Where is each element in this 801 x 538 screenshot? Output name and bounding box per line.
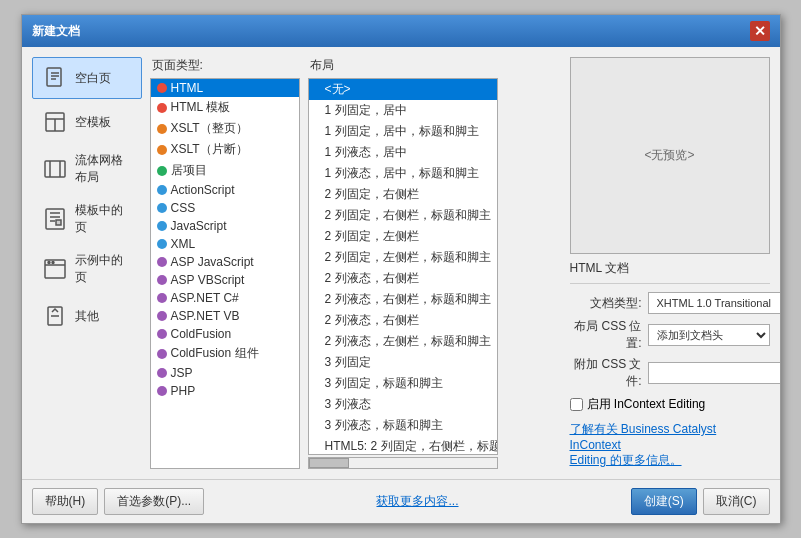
doc-type-select[interactable]: XHTML 1.0 Transitional bbox=[648, 292, 780, 314]
layout-list[interactable]: <无>1 列固定，居中1 列固定，居中，标题和脚主1 列液态，居中1 列液态，居… bbox=[308, 78, 498, 455]
item-label: XSLT（整页） bbox=[171, 120, 248, 137]
list-item[interactable]: CSS bbox=[151, 199, 299, 217]
list-item[interactable]: 1 列液态，居中 bbox=[309, 142, 497, 163]
preferences-button[interactable]: 首选参数(P)... bbox=[104, 488, 204, 515]
item-label: HTML bbox=[171, 81, 204, 95]
list-item[interactable]: 3 列液态，标题和脚主 bbox=[309, 415, 497, 436]
sidebar-item-label: 流体网格布局 bbox=[75, 152, 133, 186]
fluid-grid-icon bbox=[41, 155, 69, 183]
sidebar-item-label: 空模板 bbox=[75, 114, 111, 131]
dialog-title: 新建文档 bbox=[32, 23, 80, 40]
list-item[interactable]: XSLT（整页） bbox=[151, 118, 299, 139]
create-button[interactable]: 创建(S) bbox=[631, 488, 697, 515]
item-dot-icon bbox=[157, 349, 167, 359]
list-item[interactable]: ASP.NET VB bbox=[151, 307, 299, 325]
layout-item-label: 2 列固定，右侧栏 bbox=[325, 186, 419, 203]
item-dot-icon bbox=[157, 311, 167, 321]
item-dot-icon bbox=[157, 293, 167, 303]
item-label: JavaScript bbox=[171, 219, 227, 233]
layout-item-label: 1 列液态，居中 bbox=[325, 144, 407, 161]
list-item[interactable]: 2 列液态，右侧栏，标题和脚主 bbox=[309, 289, 497, 310]
list-item[interactable]: 2 列固定，右侧栏，标题和脚主 bbox=[309, 205, 497, 226]
list-item[interactable]: ColdFusion bbox=[151, 325, 299, 343]
template-icon bbox=[41, 108, 69, 136]
layout-header: 布局 bbox=[308, 57, 498, 74]
bottom-bar: 帮助(H) 首选参数(P)... 获取更多内容... 创建(S) 取消(C) bbox=[22, 479, 780, 523]
item-dot-icon bbox=[157, 166, 167, 176]
list-item[interactable]: 2 列液态，右侧栏 bbox=[309, 310, 497, 331]
layout-item-label: 2 列液态，右侧栏 bbox=[325, 270, 419, 287]
list-item[interactable]: 2 列液态，左侧栏，标题和脚主 bbox=[309, 331, 497, 352]
layout-item-label: 2 列液态，右侧栏 bbox=[325, 312, 419, 329]
get-more-link[interactable]: 获取更多内容... bbox=[376, 494, 458, 508]
list-item[interactable]: HTML bbox=[151, 79, 299, 97]
layout-item-label: 2 列固定，左侧栏，标题和脚主 bbox=[325, 249, 491, 266]
list-item[interactable]: 3 列固定，标题和脚主 bbox=[309, 373, 497, 394]
list-item[interactable]: 居项目 bbox=[151, 160, 299, 181]
list-item[interactable]: JavaScript bbox=[151, 217, 299, 235]
sidebar-item-fluid[interactable]: 流体网格布局 bbox=[32, 145, 142, 193]
item-dot-icon bbox=[157, 386, 167, 396]
list-item[interactable]: XML bbox=[151, 235, 299, 253]
page-type-list[interactable]: HTMLHTML 模板XSLT（整页）XSLT（片断）居项目ActionScri… bbox=[150, 78, 300, 469]
bottom-right: 创建(S) 取消(C) bbox=[631, 488, 770, 515]
list-item[interactable]: 1 列液态，居中，标题和脚主 bbox=[309, 163, 497, 184]
other-icon bbox=[41, 302, 69, 330]
list-item[interactable]: 2 列固定，左侧栏，标题和脚主 bbox=[309, 247, 497, 268]
doc-type-prop-label: 文档类型: bbox=[570, 295, 642, 312]
list-item[interactable]: ASP JavaScript bbox=[151, 253, 299, 271]
item-dot-icon bbox=[157, 103, 167, 113]
doc-type-label-preview: HTML 文档 bbox=[570, 258, 770, 279]
list-item[interactable]: 3 列固定 bbox=[309, 352, 497, 373]
item-label: PHP bbox=[171, 384, 196, 398]
help-button[interactable]: 帮助(H) bbox=[32, 488, 99, 515]
item-label: 居项目 bbox=[171, 162, 207, 179]
list-item[interactable]: ColdFusion 组件 bbox=[151, 343, 299, 364]
list-item[interactable]: 1 列固定，居中 bbox=[309, 100, 497, 121]
layout-item-label: 3 列固定 bbox=[325, 354, 371, 371]
list-item[interactable]: 2 列固定，右侧栏 bbox=[309, 184, 497, 205]
layout-css-row: 布局 CSS 位置: 添加到文档头 bbox=[570, 318, 770, 352]
sidebar-item-template[interactable]: 空模板 bbox=[32, 101, 142, 143]
cancel-button[interactable]: 取消(C) bbox=[703, 488, 770, 515]
layout-item-label: 1 列固定，居中，标题和脚主 bbox=[325, 123, 479, 140]
list-item[interactable]: JSP bbox=[151, 364, 299, 382]
list-item[interactable]: 3 列液态 bbox=[309, 394, 497, 415]
close-button[interactable]: ✕ bbox=[750, 21, 770, 41]
layout-item-label: <无> bbox=[325, 81, 351, 98]
sidebar-item-from-template[interactable]: 模板中的页 bbox=[32, 195, 142, 243]
sidebar-item-other[interactable]: 其他 bbox=[32, 295, 142, 337]
catalyst-link[interactable]: 了解有关 Business Catalyst InContextEditing … bbox=[570, 422, 717, 467]
list-item[interactable]: ASP VBScript bbox=[151, 271, 299, 289]
preview-panel: <无预览> HTML 文档 文档类型: XHTML 1.0 Transition… bbox=[570, 57, 770, 469]
main-content: 页面类型: HTMLHTML 模板XSLT（整页）XSLT（片断）居项目Acti… bbox=[150, 57, 562, 469]
layout-item-label: 1 列固定，居中 bbox=[325, 102, 407, 119]
item-dot-icon bbox=[157, 185, 167, 195]
list-item[interactable]: HTML5: 2 列固定，右侧栏，标题和脚... bbox=[309, 436, 497, 455]
list-item[interactable]: 2 列液态，右侧栏 bbox=[309, 268, 497, 289]
item-label: ColdFusion 组件 bbox=[171, 345, 259, 362]
item-dot-icon bbox=[157, 221, 167, 231]
list-item[interactable]: ASP.NET C# bbox=[151, 289, 299, 307]
list-item[interactable]: XSLT（片断） bbox=[151, 139, 299, 160]
sidebar-item-sample[interactable]: 示例中的页 bbox=[32, 245, 142, 293]
attach-css-input[interactable] bbox=[648, 362, 780, 384]
list-item[interactable]: <无> bbox=[309, 79, 497, 100]
bottom-center: 获取更多内容... bbox=[204, 493, 631, 510]
incontext-checkbox[interactable] bbox=[570, 398, 583, 411]
layout-item-label: 2 列液态，右侧栏，标题和脚主 bbox=[325, 291, 491, 308]
item-label: ASP VBScript bbox=[171, 273, 245, 287]
horizontal-scrollbar[interactable] bbox=[308, 457, 498, 469]
item-label: XSLT（片断） bbox=[171, 141, 248, 158]
item-dot-icon bbox=[157, 203, 167, 213]
sidebar-item-blank[interactable]: 空白页 bbox=[32, 57, 142, 99]
list-item[interactable]: ActionScript bbox=[151, 181, 299, 199]
incontext-label: 启用 InContext Editing bbox=[587, 396, 706, 413]
list-item[interactable]: HTML 模板 bbox=[151, 97, 299, 118]
list-item[interactable]: 1 列固定，居中，标题和脚主 bbox=[309, 121, 497, 142]
list-item[interactable]: 2 列固定，左侧栏 bbox=[309, 226, 497, 247]
properties-area: 文档类型: XHTML 1.0 Transitional 布局 CSS 位置: … bbox=[570, 283, 770, 469]
sample-icon bbox=[41, 255, 69, 283]
list-item[interactable]: PHP bbox=[151, 382, 299, 400]
layout-css-select[interactable]: 添加到文档头 bbox=[648, 324, 770, 346]
